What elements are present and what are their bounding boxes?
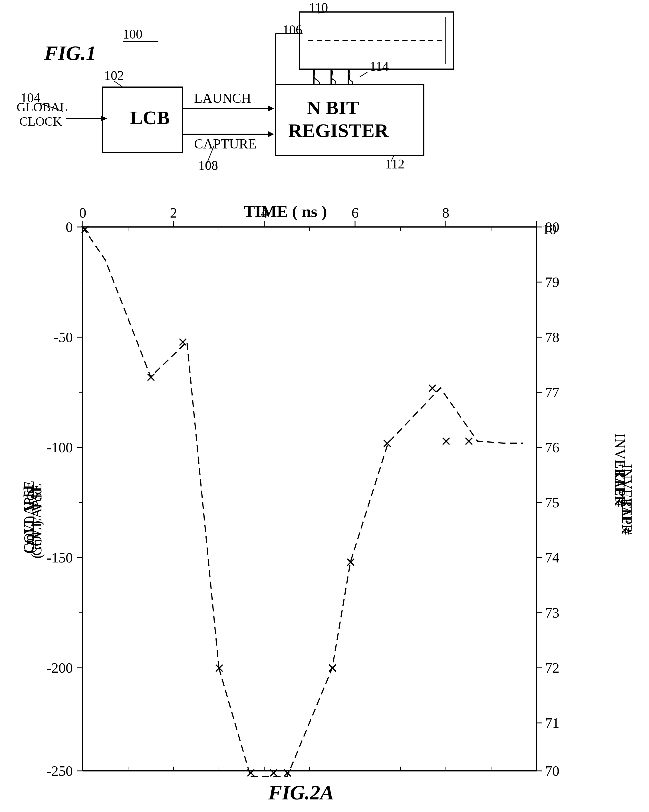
ref-102: 102 xyxy=(104,68,124,83)
y-right-tick-78: 78 xyxy=(545,329,559,345)
x-tick-0: 0 xyxy=(79,205,87,221)
y-right-tick-77: 77 xyxy=(545,384,559,400)
y-right-tick-75: 75 xyxy=(545,495,559,510)
svg-line-11 xyxy=(360,72,367,77)
fig2a-label: FIG.2A xyxy=(268,781,334,804)
x-tick-4: 4 xyxy=(261,205,268,221)
ref-104: 104 xyxy=(21,90,40,105)
y-axis-left-label-mv: ( mV ) xyxy=(21,516,37,554)
chart-curve xyxy=(83,227,523,777)
ref-112: 112 xyxy=(385,157,404,171)
global-clock-label2: CLOCK xyxy=(20,114,62,128)
y-right-tick-72: 72 xyxy=(545,660,559,676)
y-tick-50: -50 xyxy=(54,329,73,345)
y-right-tick-74: 74 xyxy=(545,549,559,566)
squiggle3 xyxy=(348,69,354,84)
x-tick-8: 8 xyxy=(442,205,449,221)
page: FIG.1 100 GLOBAL CLOCK 104 LCB 102 LAUNC… xyxy=(0,0,649,812)
nbit-label1: N BIT xyxy=(307,97,359,119)
y-right-tick-70: 70 xyxy=(545,763,559,779)
x-tick-6: 6 xyxy=(352,205,359,221)
y-right-tick-79: 79 xyxy=(545,274,559,290)
y-right-tick-73: 73 xyxy=(545,605,559,621)
svg-marker-5 xyxy=(268,105,274,111)
fig1-label: FIG.1 xyxy=(44,42,96,64)
y-tick-100: -100 xyxy=(47,440,73,455)
ref-114: 114 xyxy=(370,59,389,74)
squiggle1 xyxy=(314,69,323,84)
capture-label: CAPTURE xyxy=(194,136,257,151)
ref-110: 110 xyxy=(309,0,328,15)
y-tick-150: -150 xyxy=(47,549,73,566)
squiggle2 xyxy=(331,69,337,84)
x-axis-title: TIME ( ns ) xyxy=(244,202,327,221)
launch-label: LAUNCH xyxy=(194,90,251,105)
y-right-tick-80: 80 xyxy=(545,219,559,235)
ref-106: 106 xyxy=(283,23,302,37)
main-svg: FIG.1 100 GLOBAL CLOCK 104 LCB 102 LAUNC… xyxy=(0,0,649,812)
y-tick-200: -200 xyxy=(47,660,73,676)
y-right-tick-76: 76 xyxy=(545,440,559,455)
y-tick-250: -250 xyxy=(47,763,73,779)
ref-100: 100 xyxy=(123,27,142,41)
x-tick-2: 2 xyxy=(170,205,177,221)
y-axis-right-label-tap: TAP # xyxy=(612,469,628,507)
lcb-label: LCB xyxy=(130,107,170,128)
y-right-tick-71: 71 xyxy=(545,715,559,731)
nbit-label2: REGISTER xyxy=(288,120,389,141)
y-tick-0: 0 xyxy=(66,219,73,235)
svg-marker-6 xyxy=(268,131,274,137)
